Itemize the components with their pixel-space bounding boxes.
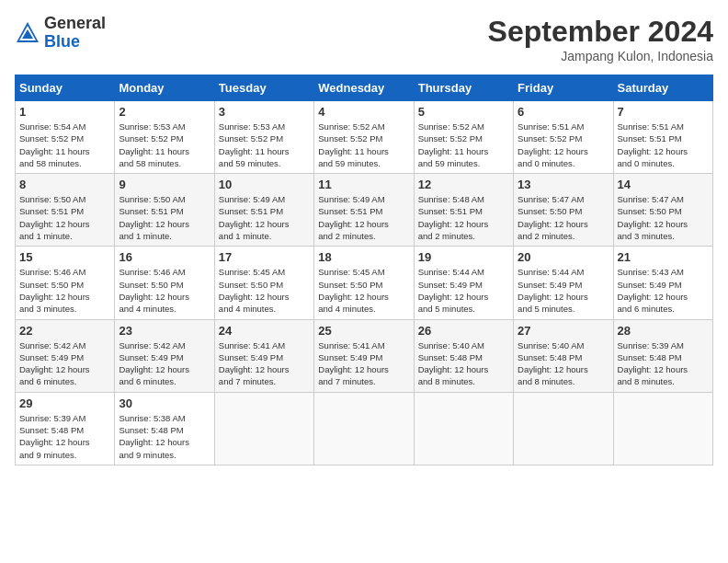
day-info: Sunrise: 5:46 AM Sunset: 5:50 PM Dayligh… [19, 266, 110, 315]
calendar-cell: 9Sunrise: 5:50 AM Sunset: 5:51 PM Daylig… [115, 174, 214, 247]
calendar-cell [414, 392, 513, 465]
day-number: 28 [618, 324, 709, 338]
calendar-cell: 22Sunrise: 5:42 AM Sunset: 5:49 PM Dayli… [16, 319, 115, 392]
day-info: Sunrise: 5:40 AM Sunset: 5:48 PM Dayligh… [418, 339, 509, 388]
day-number: 13 [518, 178, 609, 191]
day-info: Sunrise: 5:42 AM Sunset: 5:49 PM Dayligh… [19, 339, 110, 388]
calendar-week-5: 29Sunrise: 5:39 AM Sunset: 5:48 PM Dayli… [16, 392, 713, 465]
calendar-cell: 19Sunrise: 5:44 AM Sunset: 5:49 PM Dayli… [414, 247, 513, 319]
calendar-cell [314, 392, 414, 465]
logo-blue-text: Blue [44, 32, 80, 51]
logo-icon [15, 20, 40, 46]
calendar-cell: 20Sunrise: 5:44 AM Sunset: 5:49 PM Dayli… [514, 247, 613, 319]
location-subtitle: Jampang Kulon, Indonesia [488, 49, 713, 63]
day-info: Sunrise: 5:49 AM Sunset: 5:51 PM Dayligh… [219, 193, 310, 242]
calendar-cell: 7Sunrise: 5:51 AM Sunset: 5:51 PM Daylig… [613, 101, 712, 174]
day-number: 15 [19, 250, 110, 264]
day-info: Sunrise: 5:39 AM Sunset: 5:48 PM Dayligh… [618, 339, 709, 388]
logo-general-text: General [44, 14, 106, 32]
month-title: September 2024 [488, 15, 713, 49]
page-header: General Blue September 2024 Jampang Kulo… [15, 15, 713, 63]
title-area: September 2024 Jampang Kulon, Indonesia [488, 15, 713, 63]
day-number: 30 [119, 396, 210, 410]
calendar-cell: 5Sunrise: 5:52 AM Sunset: 5:52 PM Daylig… [414, 101, 513, 174]
calendar-cell: 29Sunrise: 5:39 AM Sunset: 5:48 PM Dayli… [16, 392, 115, 465]
calendar-cell: 12Sunrise: 5:48 AM Sunset: 5:51 PM Dayli… [414, 174, 513, 247]
day-info: Sunrise: 5:53 AM Sunset: 5:52 PM Dayligh… [119, 121, 210, 169]
calendar-week-3: 15Sunrise: 5:46 AM Sunset: 5:50 PM Dayli… [16, 247, 713, 319]
calendar-cell: 15Sunrise: 5:46 AM Sunset: 5:50 PM Dayli… [16, 247, 115, 319]
day-number: 9 [119, 178, 210, 191]
calendar-week-1: 1Sunrise: 5:54 AM Sunset: 5:52 PM Daylig… [16, 101, 713, 174]
day-header-tuesday: Tuesday [214, 75, 313, 101]
day-number: 2 [119, 105, 210, 119]
day-number: 26 [418, 324, 509, 338]
day-info: Sunrise: 5:45 AM Sunset: 5:50 PM Dayligh… [219, 266, 310, 315]
day-number: 21 [618, 250, 709, 264]
day-header-wednesday: Wednesday [314, 75, 414, 101]
calendar-cell: 21Sunrise: 5:43 AM Sunset: 5:49 PM Dayli… [613, 247, 712, 319]
calendar-cell: 27Sunrise: 5:40 AM Sunset: 5:48 PM Dayli… [514, 319, 613, 392]
calendar-cell: 1Sunrise: 5:54 AM Sunset: 5:52 PM Daylig… [16, 101, 115, 174]
calendar-cell: 17Sunrise: 5:45 AM Sunset: 5:50 PM Dayli… [214, 247, 313, 319]
calendar-cell: 26Sunrise: 5:40 AM Sunset: 5:48 PM Dayli… [414, 319, 513, 392]
day-info: Sunrise: 5:41 AM Sunset: 5:49 PM Dayligh… [318, 339, 409, 388]
day-number: 3 [219, 105, 310, 119]
day-info: Sunrise: 5:52 AM Sunset: 5:52 PM Dayligh… [418, 121, 509, 169]
day-number: 20 [518, 250, 609, 264]
day-number: 29 [19, 396, 110, 410]
day-info: Sunrise: 5:46 AM Sunset: 5:50 PM Dayligh… [119, 266, 210, 315]
calendar-cell [613, 392, 712, 465]
day-number: 1 [19, 105, 110, 119]
calendar-cell: 23Sunrise: 5:42 AM Sunset: 5:49 PM Dayli… [115, 319, 214, 392]
day-info: Sunrise: 5:43 AM Sunset: 5:49 PM Dayligh… [618, 266, 709, 315]
calendar-cell: 18Sunrise: 5:45 AM Sunset: 5:50 PM Dayli… [314, 247, 414, 319]
calendar-cell: 14Sunrise: 5:47 AM Sunset: 5:50 PM Dayli… [613, 174, 712, 247]
day-header-friday: Friday [514, 75, 613, 101]
day-info: Sunrise: 5:45 AM Sunset: 5:50 PM Dayligh… [318, 266, 409, 315]
day-number: 6 [518, 105, 609, 119]
day-number: 16 [119, 250, 210, 264]
calendar-cell: 24Sunrise: 5:41 AM Sunset: 5:49 PM Dayli… [214, 319, 313, 392]
day-info: Sunrise: 5:49 AM Sunset: 5:51 PM Dayligh… [318, 193, 409, 242]
day-info: Sunrise: 5:52 AM Sunset: 5:52 PM Dayligh… [318, 121, 409, 169]
calendar-cell: 16Sunrise: 5:46 AM Sunset: 5:50 PM Dayli… [115, 247, 214, 319]
calendar-cell: 30Sunrise: 5:38 AM Sunset: 5:48 PM Dayli… [115, 392, 214, 465]
calendar-cell: 25Sunrise: 5:41 AM Sunset: 5:49 PM Dayli… [314, 319, 414, 392]
calendar-week-2: 8Sunrise: 5:50 AM Sunset: 5:51 PM Daylig… [16, 174, 713, 247]
calendar-cell: 10Sunrise: 5:49 AM Sunset: 5:51 PM Dayli… [214, 174, 313, 247]
day-info: Sunrise: 5:48 AM Sunset: 5:51 PM Dayligh… [418, 193, 509, 242]
day-info: Sunrise: 5:54 AM Sunset: 5:52 PM Dayligh… [19, 121, 110, 169]
day-number: 12 [418, 178, 509, 191]
calendar-cell: 28Sunrise: 5:39 AM Sunset: 5:48 PM Dayli… [613, 319, 712, 392]
day-number: 11 [318, 178, 409, 191]
day-header-saturday: Saturday [613, 75, 712, 101]
day-info: Sunrise: 5:50 AM Sunset: 5:51 PM Dayligh… [119, 193, 210, 242]
day-number: 8 [19, 178, 110, 191]
day-number: 14 [618, 178, 709, 191]
calendar-table: SundayMondayTuesdayWednesdayThursdayFrid… [15, 75, 713, 465]
calendar-cell: 8Sunrise: 5:50 AM Sunset: 5:51 PM Daylig… [16, 174, 115, 247]
day-info: Sunrise: 5:39 AM Sunset: 5:48 PM Dayligh… [19, 412, 110, 461]
day-info: Sunrise: 5:51 AM Sunset: 5:51 PM Dayligh… [618, 121, 709, 169]
day-number: 10 [219, 178, 310, 191]
calendar-cell [514, 392, 613, 465]
calendar-cell: 11Sunrise: 5:49 AM Sunset: 5:51 PM Dayli… [314, 174, 414, 247]
calendar-cell: 3Sunrise: 5:53 AM Sunset: 5:52 PM Daylig… [214, 101, 313, 174]
calendar-header-row: SundayMondayTuesdayWednesdayThursdayFrid… [16, 75, 713, 101]
calendar-cell: 4Sunrise: 5:52 AM Sunset: 5:52 PM Daylig… [314, 101, 414, 174]
day-header-sunday: Sunday [16, 75, 115, 101]
day-number: 17 [219, 250, 310, 264]
day-number: 19 [418, 250, 509, 264]
day-info: Sunrise: 5:38 AM Sunset: 5:48 PM Dayligh… [119, 412, 210, 461]
day-info: Sunrise: 5:51 AM Sunset: 5:52 PM Dayligh… [518, 121, 609, 169]
day-number: 25 [318, 324, 409, 338]
day-number: 22 [19, 324, 110, 338]
calendar-cell [214, 392, 313, 465]
day-info: Sunrise: 5:41 AM Sunset: 5:49 PM Dayligh… [219, 339, 310, 388]
day-info: Sunrise: 5:44 AM Sunset: 5:49 PM Dayligh… [518, 266, 609, 315]
calendar-week-4: 22Sunrise: 5:42 AM Sunset: 5:49 PM Dayli… [16, 319, 713, 392]
day-number: 23 [119, 324, 210, 338]
day-number: 27 [518, 324, 609, 338]
calendar-cell: 2Sunrise: 5:53 AM Sunset: 5:52 PM Daylig… [115, 101, 214, 174]
